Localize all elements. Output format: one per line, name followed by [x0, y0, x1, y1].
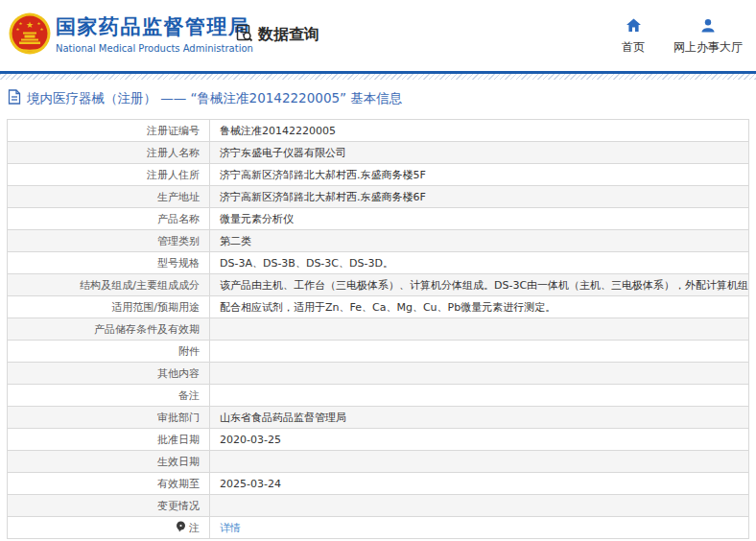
- row-value: 济宁高新区济邹路北大郝村西.东盛商务楼5F: [210, 164, 749, 186]
- svg-text:★: ★: [26, 20, 34, 30]
- table-row: 变更情况: [8, 495, 749, 517]
- svg-text:★: ★: [15, 27, 19, 32]
- data-query-doc-search-icon: [235, 24, 253, 46]
- nav-home-label: 首页: [622, 39, 645, 56]
- table-row: 其他内容: [8, 363, 749, 385]
- row-label: 生产地址: [8, 186, 210, 208]
- row-value: 配合相应试剂，适用于Zn、Fe、Ca、Mg、Cu、Pb微量元素进行测定。: [210, 296, 749, 318]
- org-title-block: 国家药品监督管理局 National Medical Products Admi…: [56, 15, 253, 54]
- page-header: ★ ★ ★ ★ ★ 国家药品监督管理局 National Medical Pro…: [0, 0, 756, 71]
- row-label: 有效期至: [8, 473, 210, 495]
- row-label: 附件: [8, 341, 210, 363]
- row-value: [210, 451, 749, 473]
- row-value: [210, 341, 749, 363]
- row-value: 2020-03-25: [210, 429, 749, 451]
- row-label: 其他内容: [8, 363, 210, 385]
- table-row: 审批部门 山东省食品药品监督管理局: [8, 407, 749, 429]
- row-label-text: 注: [189, 521, 200, 535]
- svg-text:★: ★: [39, 27, 43, 32]
- table-row: 生产地址 济宁高新区济邹路北大郝村西.东盛商务楼6F: [8, 186, 749, 208]
- nav-online-hall-label: 网上办事大厅: [673, 39, 743, 56]
- row-value: 山东省食品药品监督管理局: [210, 407, 749, 429]
- table-row: 结构及组成/主要组成成分 该产品由主机、工作台（三电极体系）、计算机分体组成。D…: [8, 274, 749, 296]
- top-navigation: 首页 网上办事大厅: [622, 18, 743, 56]
- table-row: 产品储存条件及有效期: [8, 318, 749, 341]
- row-label: 产品名称: [8, 208, 210, 230]
- row-value: 济宁东盛电子仪器有限公司: [210, 142, 749, 164]
- row-label: 管理类别: [8, 230, 210, 252]
- table-row: 有效期至 2025-03-24: [8, 473, 749, 495]
- table-row: 适用范围/预期用途 配合相应试剂，适用于Zn、Fe、Ca、Mg、Cu、Pb微量元…: [8, 296, 749, 318]
- org-name-en: National Medical Products Administration: [56, 43, 253, 54]
- row-label: 审批部门: [8, 407, 210, 429]
- row-value: DS-3A、DS-3B、DS-3C、DS-3D。: [210, 252, 749, 274]
- breadcrumb: 境内医疗器械（注册） —— “鲁械注准20142220005” 基本信息: [0, 80, 756, 116]
- row-label: 结构及组成/主要组成成分: [8, 274, 210, 296]
- svg-text:★: ★: [18, 21, 22, 26]
- row-label: 注册人名称: [8, 142, 210, 164]
- row-label: 批准日期: [8, 429, 210, 451]
- table-row: 注册证编号 鲁械注准20142220005: [8, 120, 749, 142]
- row-value: 鲁械注准20142220005: [210, 120, 749, 142]
- data-query-nav[interactable]: 数据查询: [235, 24, 319, 46]
- row-value: 该产品由主机、工作台（三电极体系）、计算机分体组成。DS-3C由一体机（主机、三…: [210, 274, 749, 296]
- row-label: 注册证编号: [8, 120, 210, 142]
- nmpa-emblem-logo[interactable]: ★ ★ ★ ★ ★: [9, 12, 51, 55]
- row-value: 微量元素分析仪: [210, 208, 749, 230]
- table-row: 管理类别 第二类: [8, 230, 749, 252]
- row-value: [210, 385, 749, 407]
- row-value: [210, 363, 749, 385]
- row-value: [210, 318, 749, 341]
- breadcrumb-text: 境内医疗器械（注册） —— “鲁械注准20142220005” 基本信息: [27, 90, 402, 107]
- registration-info-table: 注册证编号 鲁械注准20142220005 注册人名称 济宁东盛电子仪器有限公司…: [7, 119, 749, 539]
- row-label: 注册人住所: [8, 164, 210, 186]
- home-icon: [626, 18, 642, 35]
- person-icon: [700, 18, 716, 35]
- table-row: 附件: [8, 341, 749, 363]
- row-label: 变更情况: [8, 495, 210, 517]
- row-value: [210, 495, 749, 517]
- row-value: 详情: [210, 517, 749, 539]
- row-value: 2025-03-24: [210, 473, 749, 495]
- nav-online-hall[interactable]: 网上办事大厅: [673, 18, 743, 56]
- note-bubble-icon: [176, 521, 186, 535]
- row-value: 济宁高新区济邹路北大郝村西.东盛商务楼6F: [210, 186, 749, 208]
- row-label: 备注: [8, 385, 210, 407]
- table-row: 批准日期 2020-03-25: [8, 429, 749, 451]
- row-label: 型号规格: [8, 252, 210, 274]
- row-label: 产品储存条件及有效期: [8, 318, 210, 341]
- national-emblem-icon: ★ ★ ★ ★ ★: [9, 12, 51, 55]
- details-link[interactable]: 详情: [220, 522, 241, 534]
- table-row: 注册人住所 济宁高新区济邹路北大郝村西.东盛商务楼5F: [8, 164, 749, 186]
- table-row: 型号规格 DS-3A、DS-3B、DS-3C、DS-3D。: [8, 252, 749, 274]
- row-label: 适用范围/预期用途: [8, 296, 210, 318]
- table-row: 产品名称 微量元素分析仪: [8, 208, 749, 230]
- table-row: 注 详情: [8, 517, 749, 539]
- data-query-label: 数据查询: [258, 25, 319, 45]
- svg-text:★: ★: [36, 21, 40, 26]
- org-name-cn: 国家药品监督管理局: [56, 15, 253, 39]
- document-icon: [8, 89, 21, 107]
- row-value: 第二类: [210, 230, 749, 252]
- row-label: 生效日期: [8, 451, 210, 473]
- table-row: 备注: [8, 385, 749, 407]
- nav-home[interactable]: 首页: [622, 18, 645, 56]
- row-label: 注: [8, 517, 210, 539]
- table-row: 注册人名称 济宁东盛电子仪器有限公司: [8, 142, 749, 164]
- table-row: 生效日期: [8, 451, 749, 473]
